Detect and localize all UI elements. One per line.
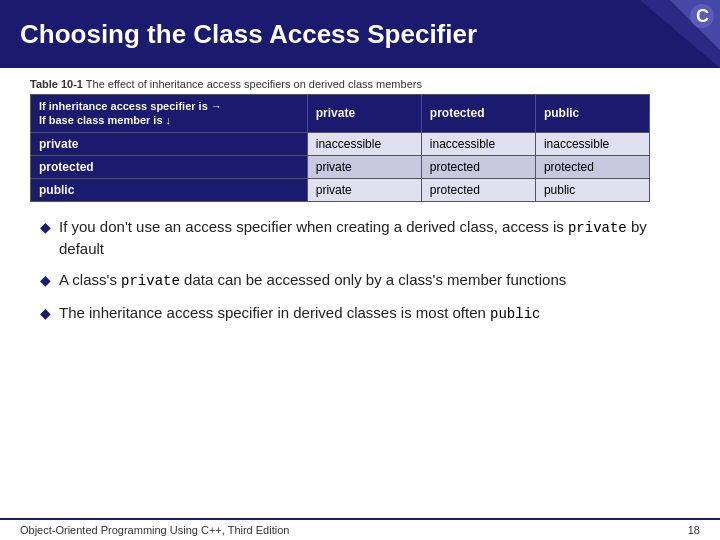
bullet-diamond-icon: ◆: [40, 304, 51, 324]
bullet-list: ◆ If you don't use an access specifier w…: [40, 216, 690, 325]
table-row: private inaccessible inaccessible inacce…: [31, 132, 650, 155]
row-label-public: public: [31, 178, 308, 201]
page-header: Choosing the Class Access Specifier C: [0, 0, 720, 68]
page-title: Choosing the Class Access Specifier: [20, 19, 477, 50]
bullet-text-1: If you don't use an access specifier whe…: [59, 216, 690, 260]
cell-public-private: private: [307, 178, 421, 201]
main-content: Table 10-1 The effect of inheritance acc…: [0, 68, 720, 344]
cell-protected-private: private: [307, 155, 421, 178]
table-header-col1: If inheritance access specifier is →If b…: [31, 95, 308, 133]
table-caption: Table 10-1 The effect of inheritance acc…: [30, 78, 690, 90]
cell-protected-protected: protected: [421, 155, 535, 178]
cell-private-private: inaccessible: [307, 132, 421, 155]
cell-public-public: public: [535, 178, 649, 201]
cell-private-protected: inaccessible: [421, 132, 535, 155]
access-specifier-table: If inheritance access specifier is →If b…: [30, 94, 650, 202]
table-header-col3: protected: [421, 95, 535, 133]
row-label-private: private: [31, 132, 308, 155]
cell-protected-public: protected: [535, 155, 649, 178]
table-row: public private protected public: [31, 178, 650, 201]
table-row: protected private protected protected: [31, 155, 650, 178]
table-header-col2: private: [307, 95, 421, 133]
cell-public-protected: protected: [421, 178, 535, 201]
code-public: public: [490, 306, 540, 322]
table-header-row: If inheritance access specifier is →If b…: [31, 95, 650, 133]
bullet-text-3: The inheritance access specifier in deri…: [59, 302, 540, 325]
list-item: ◆ The inheritance access specifier in de…: [40, 302, 690, 325]
footer-page-number: 18: [688, 524, 700, 536]
bullet-diamond-icon: ◆: [40, 218, 51, 238]
list-item: ◆ If you don't use an access specifier w…: [40, 216, 690, 260]
list-item: ◆ A class's private data can be accessed…: [40, 269, 690, 292]
bullet-text-2: A class's private data can be accessed o…: [59, 269, 566, 292]
header-decoration: C: [640, 0, 720, 68]
footer-title: Object-Oriented Programming Using C++, T…: [20, 524, 289, 536]
cell-private-public: inaccessible: [535, 132, 649, 155]
code-private-2: private: [121, 273, 180, 289]
table-header-col4: public: [535, 95, 649, 133]
code-private-1: private: [568, 220, 627, 236]
page-footer: Object-Oriented Programming Using C++, T…: [0, 518, 720, 540]
bullet-diamond-icon: ◆: [40, 271, 51, 291]
row-label-protected: protected: [31, 155, 308, 178]
svg-text:C: C: [696, 6, 709, 26]
